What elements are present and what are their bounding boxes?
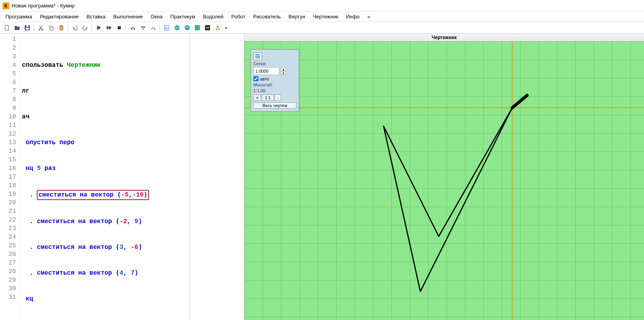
line-number: 6 [0,78,16,87]
line-number: 3 [0,52,16,61]
actor-4-icon[interactable] [192,23,202,33]
toolbar-overflow[interactable]: » [222,23,230,33]
canvas-pane: Чертежник [244,34,644,320]
line-number: 4 [0,61,16,70]
canvas-area[interactable]: Сетка: ▲ ▼ авто Масштаб: 1:1.00 + 1:1 [244,41,644,320]
separator [160,24,160,32]
fit-all-button[interactable]: Весь чертеж [253,102,296,109]
line-number: 21 [0,207,16,216]
svg-rect-9 [61,25,62,27]
canvas-settings-panel[interactable]: Сетка: ▲ ▼ авто Масштаб: 1:1.00 + 1:1 [251,49,299,112]
menubar: Программа Редактирование Вставка Выполне… [0,12,644,22]
menu-insert[interactable]: Вставка [83,13,109,21]
line-number: 7 [0,87,16,95]
svg-rect-29 [244,41,644,320]
undo-icon[interactable] [70,23,80,33]
panel-menu-icon[interactable] [253,52,262,60]
scale-value: 1:1.00 [253,88,296,93]
step-over-icon[interactable] [127,23,138,33]
grid-spinner-down[interactable]: ▼ [281,71,286,75]
svg-rect-10 [118,26,121,29]
line-number: 2 [0,44,16,52]
actor-1-icon[interactable]: IO [161,23,172,33]
titlebar: К Новая программа* - Кумир [0,0,644,12]
canvas-title: Чертежник [244,34,644,41]
svg-point-13 [141,26,143,28]
redo-icon[interactable] [80,23,90,33]
actor-5-icon[interactable] [202,23,212,33]
app-icon: К [2,2,9,9]
zoom-out-button[interactable]: - [274,95,282,101]
svg-point-26 [208,27,209,28]
copy-icon[interactable] [46,23,56,33]
svg-point-19 [186,27,187,28]
menu-drafter[interactable]: Чертежник [309,13,342,21]
menu-run[interactable]: Выполнение [109,13,147,21]
run-fast-icon[interactable] [104,23,114,33]
main-area: 1234567891011121314151617181920212223242… [0,34,644,320]
actor-6-icon[interactable] [212,23,222,33]
run-icon[interactable] [93,23,104,33]
line-number: 14 [0,147,16,156]
paste-icon[interactable] [56,23,66,33]
new-file-icon[interactable] [2,23,12,33]
line-number: 1 [0,35,16,44]
menu-edit[interactable]: Редактирование [36,13,83,21]
actor-3-icon[interactable] [182,23,192,33]
step-out-icon[interactable] [148,23,158,33]
toolbar: IO » [0,22,644,34]
auto-label: авто [260,77,269,81]
zoom-in-button[interactable]: + [253,95,261,101]
save-file-icon[interactable] [22,23,32,33]
svg-point-18 [185,25,190,30]
line-number: 10 [0,113,16,121]
zoom-reset-button[interactable]: 1:1 [262,95,273,101]
actor-2-icon[interactable] [172,23,182,33]
svg-rect-2 [26,25,29,27]
window-title: Новая программа* - Кумир [12,3,75,9]
menu-info[interactable]: Инфо [342,13,363,21]
line-number: 20 [0,198,16,207]
cut-icon[interactable] [36,23,46,33]
svg-text:IO: IO [165,26,169,30]
menu-vertun[interactable]: Вертун [285,13,309,21]
menu-robot[interactable]: Робот [228,13,249,21]
line-number: 30 [0,284,16,293]
line-number: 28 [0,267,16,276]
code-editor[interactable]: спользовать Чертежник лг ач опустить пер… [20,34,244,320]
line-number: 13 [0,138,16,147]
highlighted-line: сместиться на вектор (-5,-10) [37,190,149,200]
line-number: 22 [0,216,16,224]
editor-splitter[interactable] [190,34,190,320]
svg-point-12 [133,28,135,30]
line-number: 5 [0,70,16,78]
menu-draw[interactable]: Рисователь [249,13,284,21]
separator [34,24,34,32]
menu-windows[interactable]: Окна [147,13,166,21]
svg-rect-24 [205,25,210,30]
line-number: 17 [0,173,16,181]
menu-vodolei[interactable]: Водолей [199,13,227,21]
scale-label: Масштаб: [253,82,296,87]
svg-point-17 [175,25,179,30]
menu-program[interactable]: Программа [2,13,36,21]
line-number: 19 [0,190,16,198]
menu-overflow[interactable]: » [363,13,374,21]
grid-size-input[interactable] [253,67,279,75]
line-number: 9 [0,104,16,113]
step-into-icon[interactable] [138,23,148,33]
line-number: 12 [0,130,16,138]
separator [91,24,92,32]
stop-icon[interactable] [114,23,124,33]
menu-practice[interactable]: Практикум [166,13,199,21]
svg-point-20 [188,27,188,28]
open-file-icon[interactable] [12,23,22,33]
line-number: 18 [0,181,16,190]
line-number: 24 [0,233,16,241]
line-number: 16 [0,164,16,173]
grid-spinner-up[interactable]: ▲ [281,67,286,71]
line-number: 31 [0,293,16,302]
separator [68,24,68,32]
line-number: 11 [0,121,16,130]
auto-checkbox[interactable] [253,76,258,81]
